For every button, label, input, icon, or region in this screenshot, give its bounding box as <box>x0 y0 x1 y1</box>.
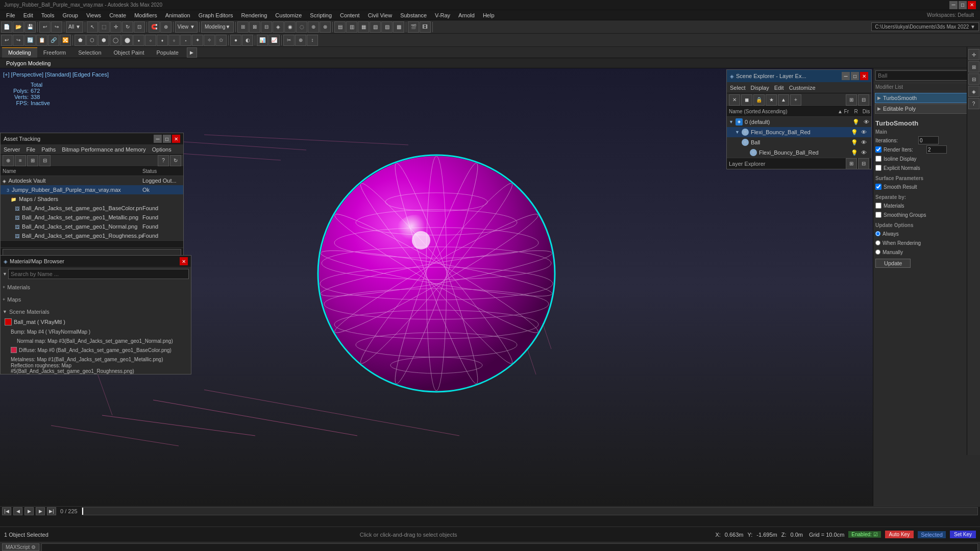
at-minimize[interactable]: ─ <box>154 135 162 143</box>
tabs-more-btn[interactable]: ▶ <box>187 47 197 58</box>
ts-manually-radio[interactable] <box>875 249 880 255</box>
at-row-metallic[interactable]: 🖼 Ball_And_Jacks_set_game_geo1_Metallic.… <box>1 213 183 222</box>
select-btn[interactable]: ↖ <box>87 21 98 33</box>
tool5[interactable]: ◉ <box>284 21 296 33</box>
modifier-turbosomooth[interactable]: ▶ TurboSmooth <box>875 93 978 103</box>
se-window-controls[interactable]: ─ □ ✕ <box>842 72 868 80</box>
menu-file[interactable]: File <box>2 12 19 18</box>
at-row-normal[interactable]: 🖼 Ball_And_Jacks_set_game_geo1_Normal.pn… <box>1 222 183 231</box>
menu-edit[interactable]: Edit <box>19 12 37 18</box>
se-item-flexi1[interactable]: ▼ ○ Flexi_Bouncy_Ball_Red 💡 👁 <box>727 127 871 137</box>
at-tb3[interactable]: ⊞ <box>27 155 38 166</box>
ref-btn[interactable]: ⊕ <box>160 21 172 33</box>
at-menu-file[interactable]: File <box>26 146 35 153</box>
se-tb5[interactable]: ▲ <box>778 94 789 106</box>
maxscript-input[interactable] <box>41 543 978 552</box>
redo-btn[interactable]: ↪ <box>51 21 62 33</box>
menu-graph-editors[interactable]: Graph Editors <box>194 12 237 18</box>
move-btn[interactable]: ✛ <box>110 21 121 33</box>
se-tb2[interactable]: ◼ <box>741 94 752 106</box>
ts-iterations-input[interactable] <box>918 136 939 144</box>
ts-isoline-check[interactable] <box>875 156 881 162</box>
modifier-editable-poly[interactable]: ▶ Editable Poly <box>875 104 978 114</box>
se-item-ball[interactable]: ▼ ○ Ball 💡 👁 <box>727 137 871 147</box>
menu-substance[interactable]: Substance <box>396 12 431 18</box>
at-maximize[interactable]: □ <box>163 135 171 143</box>
layer1[interactable]: ▤ <box>334 21 346 33</box>
menu-content[interactable]: Content <box>336 12 364 18</box>
misc1[interactable]: ✂ <box>283 35 295 46</box>
tool7[interactable]: ⊕ <box>308 21 319 33</box>
ts-always-radio[interactable] <box>875 231 880 236</box>
at-tb6[interactable]: ↻ <box>170 155 181 166</box>
tb2-6[interactable]: 🔀 <box>60 35 71 46</box>
shape5[interactable]: ⬤ <box>121 35 133 46</box>
undo-btn[interactable]: ↩ <box>39 21 51 33</box>
at-row-basecolor[interactable]: 🖼 Ball_And_Jacks_set_game_geo1_BaseColor… <box>1 204 183 213</box>
menu-animation[interactable]: Animation <box>161 12 194 18</box>
create-selection-set[interactable]: Modeling ▼ <box>201 21 234 33</box>
props-search-input[interactable] <box>875 70 978 81</box>
auto-key-btn[interactable]: Auto Key <box>885 531 914 538</box>
se-menu-display[interactable]: Display <box>751 85 769 91</box>
new-btn[interactable]: 📄 <box>1 21 12 33</box>
mb-close[interactable]: ✕ <box>180 257 188 265</box>
mb-diffuse-item[interactable]: Diffuse: Map #0 (Ball_And_Jacks_set_game… <box>3 345 189 355</box>
disp2[interactable]: ◐ <box>242 35 253 46</box>
rotate-btn[interactable]: ↻ <box>122 21 133 33</box>
mb-maps-header[interactable]: + Maps <box>3 294 189 305</box>
tab-populate[interactable]: Populate <box>150 47 184 58</box>
at-window-controls[interactable]: ─ □ ✕ <box>154 135 180 143</box>
menu-help[interactable]: Help <box>479 12 499 18</box>
window-controls[interactable]: ─ □ ✕ <box>949 1 976 9</box>
shape8[interactable]: ⬧ <box>157 35 168 46</box>
layer5[interactable]: ▨ <box>381 21 393 33</box>
se-tb3[interactable]: 🔒 <box>753 94 765 106</box>
at-close[interactable]: ✕ <box>172 135 180 143</box>
vt-btn5[interactable]: ? <box>968 98 979 109</box>
tl-goto-end[interactable]: ▶| <box>47 507 56 515</box>
se-tb6[interactable]: + <box>790 94 801 106</box>
misc3[interactable]: ↕ <box>307 35 318 46</box>
shape4[interactable]: ◯ <box>110 35 121 46</box>
at-tb4[interactable]: ⊟ <box>39 155 51 166</box>
menu-rendering[interactable]: Rendering <box>237 12 272 18</box>
at-row-maxfile[interactable]: 3 Jumpy_Rubber_Ball_Purple_max_vray.max … <box>1 185 183 194</box>
se-foot-btn1[interactable]: ⊞ <box>846 158 857 169</box>
tb2-1[interactable]: ↩ <box>1 35 12 46</box>
snap-btn[interactable]: 🧲 <box>149 21 160 33</box>
se-menu-edit[interactable]: Edit <box>774 85 784 91</box>
menu-tools[interactable]: Tools <box>37 12 59 18</box>
mb-scene-mats-header[interactable]: ▼ Scene Materials <box>3 307 189 317</box>
tb2-2[interactable]: ↪ <box>13 35 24 46</box>
ts-smooth-result-check[interactable] <box>875 184 881 190</box>
at-menu-paths[interactable]: Paths <box>41 146 56 153</box>
ts-renderiter-check[interactable] <box>875 146 881 153</box>
se-tb1[interactable]: ✕ <box>729 94 740 106</box>
at-row-vault[interactable]: ◈ Autodesk Vault Logged Out... <box>1 176 183 185</box>
close-button[interactable]: ✕ <box>968 1 976 9</box>
se-foot-btn2[interactable]: ⊟ <box>858 158 869 169</box>
select-region-btn[interactable]: ⬚ <box>99 21 110 33</box>
tool1[interactable]: ⊞ <box>237 21 249 33</box>
at-row-roughness[interactable]: 🖼 Ball_And_Jacks_set_game_geo1_Roughness… <box>1 231 183 240</box>
tool8[interactable]: ⊗ <box>320 21 331 33</box>
mb-bump-item[interactable]: Bump: Map #4 ( VRayNormalMap ) <box>3 327 189 336</box>
menu-vray[interactable]: V-Ray <box>431 12 454 18</box>
se-tb7[interactable]: ⊞ <box>846 94 857 106</box>
at-menu-options[interactable]: Options <box>152 146 172 153</box>
se-close[interactable]: ✕ <box>860 72 868 80</box>
mb-materials-header[interactable]: + Materials <box>3 282 189 292</box>
at-menu-server[interactable]: Server <box>4 146 20 153</box>
at-row-maps[interactable]: 📁 Maps / Shaders <box>1 194 183 204</box>
select-filter-dropdown[interactable]: All ▼ <box>66 21 83 33</box>
set-key-btn[interactable]: Set Key <box>950 531 976 538</box>
se-tb4[interactable]: ★ <box>766 94 777 106</box>
shape10[interactable]: ⬩ <box>180 35 191 46</box>
vt-btn1[interactable]: ✛ <box>968 49 979 60</box>
menu-civil-view[interactable]: Civil View <box>364 12 396 18</box>
tl-goto-start[interactable]: |◀ <box>2 507 11 515</box>
at-menu-bitmap[interactable]: Bitmap Performance and Memory <box>62 146 145 153</box>
shape1[interactable]: ⬟ <box>75 35 86 46</box>
mb-normal-item[interactable]: Normal map: Map #3(Ball_And_Jacks_set_ga… <box>3 336 189 345</box>
